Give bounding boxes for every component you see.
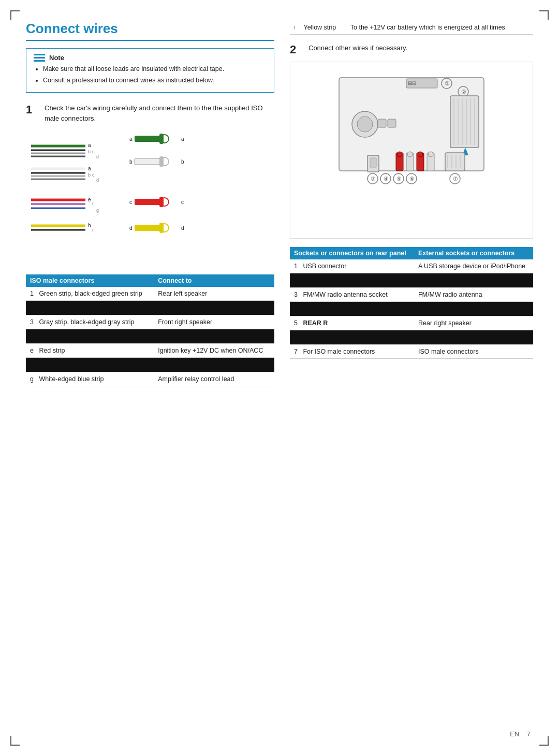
table-row-black	[290, 330, 533, 345]
right-column: i Yellow strip To the +12V car battery w…	[290, 21, 533, 386]
svg-text:⑦: ⑦	[453, 176, 458, 182]
svg-text:d: d	[96, 154, 99, 159]
footer-lang: EN	[510, 730, 519, 738]
svg-rect-75	[445, 153, 465, 171]
col-header-iso: ISO male connectors	[26, 274, 154, 287]
table-row: 3 FM/MW radio antenna socket FM/MW radio…	[290, 288, 533, 302]
svg-text:d: d	[181, 225, 184, 231]
svg-point-72	[418, 152, 423, 157]
table-cell-icon: i	[290, 21, 299, 35]
svg-text:g: g	[96, 208, 99, 213]
svg-text:⊞⊟: ⊞⊟	[408, 80, 416, 86]
note-label: Note	[49, 54, 64, 62]
col-header-connect: Connect to	[154, 274, 274, 287]
svg-text:a: a	[181, 136, 184, 142]
device-diagram: ⊞⊟ ① ②	[290, 62, 533, 239]
iso-connectors-table: ISO male connectors Connect to 1 Green s…	[26, 274, 274, 386]
table-cell-col1: Yellow strip	[299, 21, 346, 35]
table-row: 1 USB connector A USB storage device or …	[290, 259, 533, 273]
corner-mark-br	[539, 736, 549, 746]
svg-text:b: b	[88, 149, 91, 154]
table-cell: FM/MW radio antenna	[414, 288, 533, 302]
row-val: USB connector	[303, 263, 346, 270]
svg-text:⑥: ⑥	[409, 176, 415, 182]
table-row: i Yellow strip To the +12V car battery w…	[290, 21, 533, 35]
row-num: 5	[294, 319, 301, 327]
note-item-2: Consult a professional to connect wires …	[43, 76, 267, 85]
svg-point-68	[397, 152, 402, 157]
table-cell: 7 For ISO male connectors	[290, 345, 414, 359]
row-num: 3	[30, 318, 34, 326]
row-col1: White-edged blue strip	[39, 375, 104, 383]
row-num: e	[30, 347, 34, 354]
svg-rect-56	[388, 119, 396, 127]
note-item-1: Make sure that all loose leads are insul…	[43, 65, 267, 74]
svg-text:d: d	[129, 225, 133, 231]
svg-text:b: b	[88, 172, 91, 178]
step-2-number: 2	[290, 43, 301, 56]
svg-rect-32	[135, 158, 160, 165]
table-cell: 3 Gray strip, black-edged gray strip	[26, 315, 154, 329]
row-num: 1	[30, 290, 34, 297]
note-icon-line1	[34, 54, 45, 55]
table-cell: Rear right speaker	[414, 316, 533, 330]
svg-text:③: ③	[371, 176, 376, 182]
corner-mark-tr	[539, 10, 549, 20]
note-icon	[34, 54, 45, 62]
svg-text:a: a	[129, 136, 133, 142]
row-val: For ISO male connectors	[303, 348, 375, 355]
svg-rect-66	[370, 158, 376, 167]
svg-text:h: h	[88, 223, 91, 228]
svg-text:f: f	[92, 201, 94, 207]
svg-point-74	[428, 152, 433, 157]
table-row-black	[290, 273, 533, 288]
table-row: 7 For ISO male connectors ISO male conne…	[290, 345, 533, 359]
svg-text:①: ①	[445, 80, 450, 86]
table-row: e Red strip Ignition key +12V DC when ON…	[26, 344, 274, 358]
svg-text:b: b	[181, 159, 184, 165]
table-row: 3 Gray strip, black-edged gray strip Fro…	[26, 315, 274, 329]
table-cell: 1 USB connector	[290, 259, 414, 273]
footer: EN 7	[510, 730, 531, 738]
svg-rect-27	[135, 136, 160, 142]
right-top-table: i Yellow strip To the +12V car battery w…	[290, 21, 533, 35]
svg-rect-42	[135, 225, 160, 231]
svg-text:c: c	[92, 172, 95, 178]
table-cell: Amplifier relay control lead	[154, 372, 274, 386]
footer-page: 7	[527, 730, 531, 738]
table-cell-col2: To the +12V car battery which is energiz…	[346, 21, 533, 35]
row-num: g	[30, 375, 34, 383]
table-cell: 5 REAR R	[290, 316, 414, 330]
sockets-col1-header: Sockets or connectors on rear panel	[290, 247, 414, 259]
left-column: Connect wires Note Make sure that all lo…	[26, 21, 274, 386]
wire-diagram: a b c d a b c d	[26, 132, 274, 266]
corner-mark-tl	[10, 10, 20, 20]
table-cell: ISO male connectors	[414, 345, 533, 359]
step-2-text: Connect other wires if necessary.	[308, 43, 407, 53]
svg-text:a: a	[88, 142, 91, 148]
step-1-number: 1	[26, 103, 37, 117]
table-row-black	[26, 358, 274, 372]
note-header: Note	[34, 54, 267, 62]
note-box: Note Make sure that all loose leads are …	[26, 48, 274, 93]
table-cell: 1 Green strip, black-edged green strip	[26, 287, 154, 301]
row-num: 3	[294, 291, 301, 298]
svg-rect-55	[378, 119, 386, 127]
svg-rect-37	[135, 199, 160, 205]
table-cell: Rear left speaker	[154, 287, 274, 301]
table-cell: Ignition key +12V DC when ON/ACC	[154, 344, 274, 358]
svg-point-54	[357, 117, 373, 132]
row-col1: Gray strip, black-edged gray strip	[39, 318, 134, 326]
row-col1: Red strip	[39, 347, 65, 354]
device-diagram-svg: ⊞⊟ ① ②	[323, 67, 499, 233]
svg-text:b: b	[129, 159, 133, 165]
row-val-bold: REAR R	[303, 319, 328, 327]
page-title: Connect wires	[26, 21, 274, 41]
table-cell: g White-edged blue strip	[26, 372, 154, 386]
svg-text:⑤: ⑤	[396, 176, 402, 182]
table-row: g White-edged blue strip Amplifier relay…	[26, 372, 274, 386]
sockets-table: Sockets or connectors on rear panel Exte…	[290, 247, 533, 359]
row-val: FM/MW radio antenna socket	[303, 291, 387, 298]
table-row: 1 Green strip, black-edged green strip R…	[26, 287, 274, 301]
svg-text:a: a	[88, 166, 91, 171]
